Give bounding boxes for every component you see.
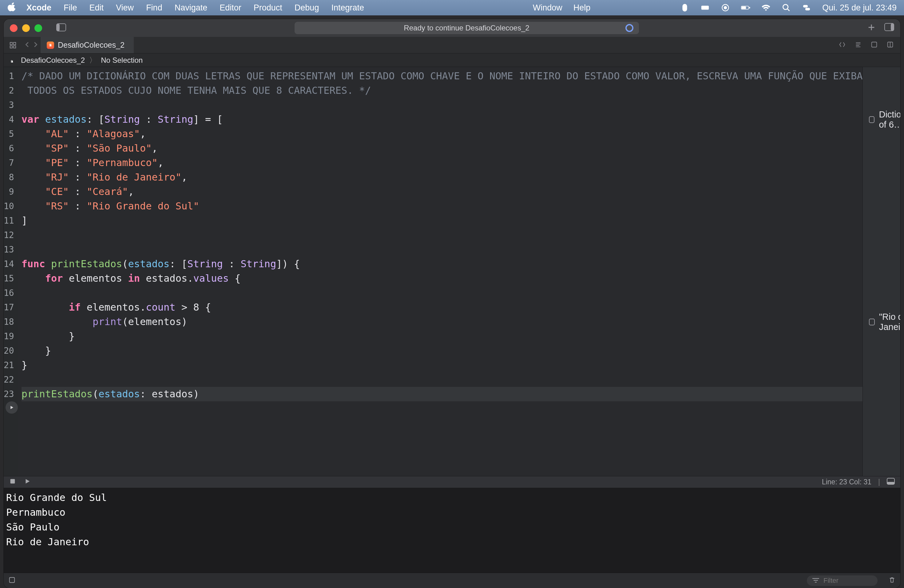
- line-number[interactable]: 11: [4, 213, 19, 228]
- adjust-editor-icon[interactable]: [871, 41, 877, 49]
- code-line[interactable]: printEstados(estados: estados): [22, 387, 863, 401]
- menubar-view[interactable]: View: [116, 3, 134, 13]
- line-number[interactable]: 12: [4, 228, 19, 242]
- line-number[interactable]: 19: [4, 329, 19, 343]
- line-number[interactable]: 5: [4, 127, 19, 141]
- line-number[interactable]: 10: [4, 199, 19, 213]
- result-row[interactable]: Dictionary of 6…: [863, 112, 900, 127]
- activity-status[interactable]: Ready to continue DesafioColecoes_2: [295, 22, 639, 34]
- zoom-button[interactable]: [35, 24, 42, 32]
- status-clock[interactable]: Qui. 25 de jul. 23:49: [822, 3, 897, 13]
- console-panel-icon[interactable]: [887, 478, 895, 487]
- code-line[interactable]: }: [22, 343, 863, 358]
- line-number[interactable]: 17: [4, 300, 19, 315]
- code-line[interactable]: }: [22, 329, 863, 343]
- tab-desafiocolecoes[interactable]: DesafioColecoes_2: [41, 37, 134, 53]
- toggle-right-panel-icon[interactable]: [884, 23, 894, 33]
- line-number[interactable]: 20: [4, 343, 19, 358]
- status-mouse-icon[interactable]: [680, 3, 689, 12]
- status-screenrecord-icon[interactable]: [721, 3, 730, 12]
- console-filter[interactable]: [807, 575, 877, 586]
- code-line[interactable]: func printEstados(estados: [String : Str…: [22, 257, 863, 271]
- code-line[interactable]: [22, 372, 863, 387]
- close-button[interactable]: [10, 24, 17, 32]
- nav-forward-icon[interactable]: [32, 41, 39, 49]
- menubar-integrate[interactable]: Integrate: [331, 3, 364, 13]
- code-line[interactable]: "PE" : "Pernambuco",: [22, 156, 863, 170]
- status-battery-icon[interactable]: [741, 3, 750, 12]
- menubar-edit[interactable]: Edit: [90, 3, 104, 13]
- svg-line-8: [787, 9, 790, 11]
- code-line[interactable]: for elementos in estados.values {: [22, 271, 863, 286]
- apple-logo-icon[interactable]: [7, 2, 17, 14]
- status-controlcenter-icon[interactable]: [802, 3, 811, 12]
- code-editor[interactable]: /* DADO UM DICIONÁRIO COM DUAS LETRAS QU…: [19, 67, 863, 476]
- line-number[interactable]: 23: [4, 387, 19, 401]
- code-line[interactable]: "RJ" : "Rio de Janeiro",: [22, 170, 863, 185]
- line-number[interactable]: 9: [4, 185, 19, 199]
- line-gutter[interactable]: 1234567891011121314151617181920212223: [4, 67, 19, 476]
- line-number[interactable]: 4: [4, 112, 19, 127]
- run-line-button[interactable]: [6, 401, 18, 414]
- line-number[interactable]: 2: [4, 83, 19, 98]
- code-line[interactable]: [22, 286, 863, 300]
- line-number[interactable]: 21: [4, 358, 19, 372]
- menubar-editor[interactable]: Editor: [220, 3, 241, 13]
- line-number[interactable]: 16: [4, 286, 19, 300]
- related-items-icon[interactable]: [4, 37, 22, 53]
- menubar-find[interactable]: Find: [146, 3, 162, 13]
- line-number[interactable]: 8: [4, 170, 19, 185]
- add-editor-icon[interactable]: [887, 41, 893, 49]
- code-line[interactable]: /* DADO UM DICIONÁRIO COM DUAS LETRAS QU…: [22, 69, 863, 83]
- line-number[interactable]: 22: [4, 372, 19, 387]
- code-line[interactable]: "SP" : "São Paulo",: [22, 141, 863, 156]
- clear-console-icon[interactable]: [889, 577, 895, 585]
- line-number[interactable]: 14: [4, 257, 19, 271]
- line-number[interactable]: 3: [4, 98, 19, 112]
- line-number[interactable]: 13: [4, 242, 19, 257]
- line-number[interactable]: 7: [4, 156, 19, 170]
- playground-results-sidebar[interactable]: Dictionary of 6… "Rio de Janeir…: [863, 67, 900, 476]
- console-output[interactable]: Rio Grande do Sul Pernambuco São Paulo R…: [4, 488, 900, 573]
- status-wifi-icon[interactable]: [761, 3, 771, 12]
- menubar-navigate[interactable]: Navigate: [175, 3, 207, 13]
- filter-input[interactable]: [823, 577, 872, 585]
- code-line[interactable]: [22, 228, 863, 242]
- code-line[interactable]: "CE" : "Ceará",: [22, 185, 863, 199]
- code-line[interactable]: if elementos.count > 8 {: [22, 300, 863, 315]
- auto-clear-icon[interactable]: [9, 577, 15, 585]
- menubar-product[interactable]: Product: [254, 3, 282, 13]
- code-line[interactable]: "RS" : "Rio Grande do Sul": [22, 199, 863, 213]
- line-number[interactable]: 18: [4, 315, 19, 329]
- menubar-debug[interactable]: Debug: [295, 3, 319, 13]
- status-keyboard-icon[interactable]: [700, 3, 710, 12]
- result-row[interactable]: "Rio de Janeir…: [863, 315, 900, 329]
- line-number[interactable]: 15: [4, 271, 19, 286]
- status-search-icon[interactable]: [782, 3, 791, 12]
- menubar-file[interactable]: File: [64, 3, 77, 13]
- add-button[interactable]: [867, 23, 876, 33]
- breadcrumb[interactable]: DesafioColecoes_2 〉 No Selection: [4, 54, 900, 67]
- code-line[interactable]: [22, 98, 863, 112]
- toggle-left-panel-icon[interactable]: [56, 24, 66, 33]
- code-line[interactable]: TODOS OS ESTADOS CUJO NOME TENHA MAIS QU…: [22, 83, 863, 98]
- menubar-help[interactable]: Help: [574, 3, 591, 13]
- menubar-window[interactable]: Window: [533, 3, 563, 13]
- code-line[interactable]: ]: [22, 213, 863, 228]
- quicklook-icon[interactable]: [869, 116, 874, 123]
- code-line[interactable]: var estados: [String : String] = [: [22, 112, 863, 127]
- minimap-icon[interactable]: [855, 41, 861, 49]
- line-number[interactable]: 1: [4, 69, 19, 83]
- line-number[interactable]: 6: [4, 141, 19, 156]
- quicklook-icon[interactable]: [869, 319, 874, 326]
- nav-back-icon[interactable]: [24, 41, 31, 49]
- code-review-icon[interactable]: [839, 41, 846, 49]
- code-line[interactable]: "AL" : "Alagoas",: [22, 127, 863, 141]
- code-line[interactable]: }: [22, 358, 863, 372]
- code-line[interactable]: [22, 242, 863, 257]
- play-button[interactable]: [24, 478, 31, 487]
- stop-button[interactable]: [9, 478, 16, 487]
- menubar-app-name[interactable]: Xcode: [27, 3, 51, 13]
- minimize-button[interactable]: [22, 24, 30, 32]
- code-line[interactable]: print(elementos): [22, 315, 863, 329]
